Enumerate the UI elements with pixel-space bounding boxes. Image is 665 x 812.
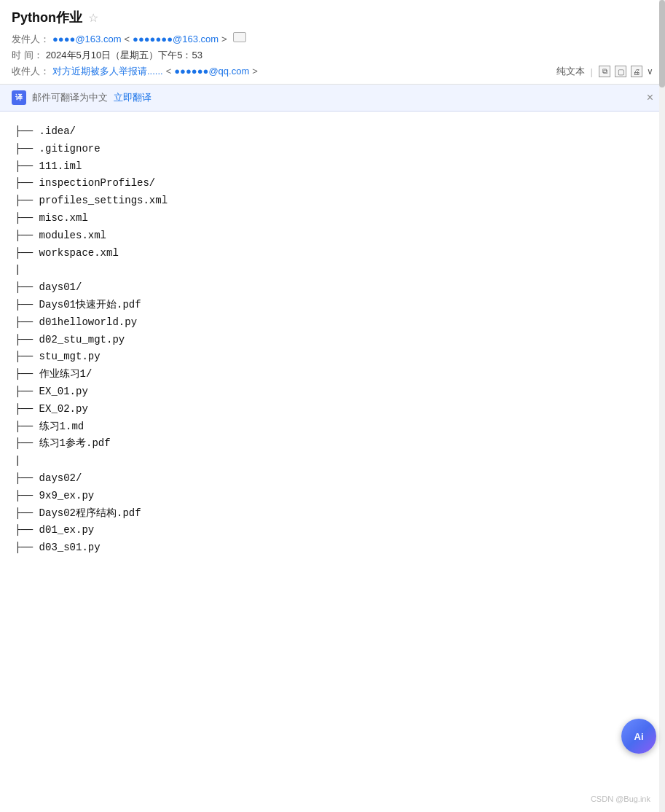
- recipient-email[interactable]: ●●●●●●@qq.com: [174, 66, 249, 77]
- copy-icon[interactable]: ⧉: [599, 66, 610, 77]
- tree-line: ├── 作业练习1/: [15, 366, 650, 383]
- recipient-left: 收件人： 对方近期被多人举报请...... < ●●●●●●@qq.com >: [12, 65, 258, 78]
- email-header: Python作业 ☆ 发件人： ●●●●@163.com < ●●●●●●●@1…: [0, 0, 665, 85]
- ai-fab-label: Ai: [634, 731, 644, 742]
- tree-line: ├── stu_mgt.py: [15, 348, 650, 366]
- sender-angle-close: >: [221, 34, 227, 44]
- scrollbar[interactable]: [659, 0, 665, 812]
- profile-card-icon[interactable]: [233, 32, 246, 42]
- toolbar-right: 纯文本 | ⧉ ▢ 🖨 ∨: [556, 65, 653, 78]
- translate-now-link[interactable]: 立即翻译: [114, 91, 152, 104]
- star-icon[interactable]: ☆: [88, 11, 98, 25]
- tree-line: |: [15, 453, 650, 470]
- watermark-text: CSDN @Bug.ink: [591, 795, 650, 803]
- ai-fab-button[interactable]: Ai: [621, 719, 656, 754]
- window-icon[interactable]: ▢: [615, 66, 626, 77]
- translate-text: 邮件可翻译为中文: [32, 91, 108, 104]
- tree-line: |: [15, 262, 650, 279]
- tree-line: ├── d03_s01.py: [15, 539, 650, 557]
- tree-line: ├── EX_01.py: [15, 383, 650, 401]
- tree-line: ├── d02_stu_mgt.py: [15, 332, 650, 349]
- tree-line: ├── Days02程序结构.pdf: [15, 505, 650, 523]
- time-row: 时 间： 2024年5月10日（星期五）下午5：53: [12, 49, 653, 62]
- footer-watermark: CSDN @Bug.ink: [591, 795, 650, 803]
- print-icon[interactable]: 🖨: [631, 66, 642, 77]
- tree-line: ├── 9x9_ex.py: [15, 488, 650, 505]
- translate-bar: 译 邮件可翻译为中文 立即翻译 ×: [0, 85, 665, 112]
- tree-line: ├── 练习1.md: [15, 418, 650, 436]
- sender-angle-open: <: [124, 34, 130, 44]
- time-value: 2024年5月10日（星期五）下午5：53: [46, 49, 202, 62]
- recipient-row: 收件人： 对方近期被多人举报请...... < ●●●●●●@qq.com > …: [12, 65, 653, 78]
- tree-line: ├── workspace.xml: [15, 245, 650, 262]
- time-label: 时 间：: [12, 49, 43, 62]
- tree-line: ├── days01/: [15, 279, 650, 297]
- recipient-angle-close: >: [252, 66, 258, 77]
- tree-line: ├── d01helloworld.py: [15, 314, 650, 332]
- tree-line: ├── misc.xml: [15, 210, 650, 227]
- toolbar-divider: |: [591, 66, 593, 77]
- sender-row: 发件人： ●●●●@163.com < ●●●●●●●@163.com >: [12, 32, 653, 46]
- tree-line: ├── days02/: [15, 470, 650, 488]
- plain-text-button[interactable]: 纯文本: [556, 65, 585, 78]
- email-title: Python作业: [12, 9, 82, 26]
- tree-line: ├── Days01快速开始.pdf: [15, 297, 650, 314]
- tree-line: ├── .idea/: [15, 123, 650, 141]
- sender-label: 发件人：: [12, 33, 50, 46]
- tree-line: ├── inspectionProfiles/: [15, 175, 650, 192]
- tree-line: ├── d01_ex.py: [15, 522, 650, 539]
- tree-line: ├── 练习1参考.pdf: [15, 435, 650, 453]
- tree-line: ├── profiles_settings.xml: [15, 192, 650, 210]
- translate-icon: 译: [12, 90, 26, 105]
- tree-line: ├── .gitignore: [15, 141, 650, 158]
- recipient-value[interactable]: 对方近期被多人举报请......: [52, 65, 163, 78]
- scrollbar-thumb[interactable]: [659, 0, 665, 87]
- tree-line: ├── 111.iml: [15, 158, 650, 176]
- email-body: ├── .idea/├── .gitignore├── 111.iml├── i…: [0, 112, 665, 586]
- recipient-label: 收件人：: [12, 65, 50, 78]
- more-options-icon[interactable]: ∨: [647, 66, 653, 77]
- recipient-angle-open: <: [166, 66, 172, 77]
- title-row: Python作业 ☆: [12, 9, 653, 26]
- sender-email[interactable]: ●●●●@163.com: [52, 34, 121, 44]
- translate-close-button[interactable]: ×: [647, 91, 653, 104]
- tree-line: ├── EX_02.py: [15, 401, 650, 418]
- tree-line: ├── modules.xml: [15, 227, 650, 245]
- translate-icon-label: 译: [15, 93, 23, 103]
- sender-full-email[interactable]: ●●●●●●●@163.com: [133, 34, 219, 44]
